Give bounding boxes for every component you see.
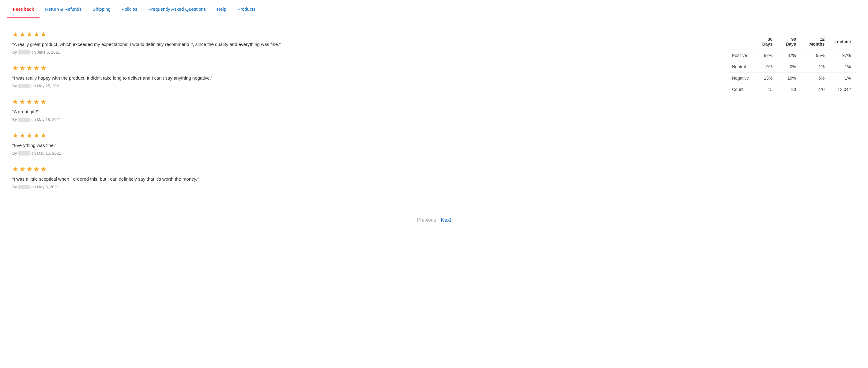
review-text: “A great gift!” xyxy=(12,108,715,115)
review-stars: ★★★★★ xyxy=(12,31,715,39)
review-stars: ★★★★★ xyxy=(12,165,715,173)
reviewer-name xyxy=(18,151,30,156)
stats-cell: 30 xyxy=(777,84,801,95)
stats-row: Count153027013,042 xyxy=(727,84,856,95)
star-icon: ★ xyxy=(12,165,19,173)
review-text: “Everything was fine.” xyxy=(12,142,715,149)
review-meta: By on May 3, 2021 xyxy=(12,185,715,190)
star-icon: ★ xyxy=(40,165,46,173)
review-item: ★★★★★“A really great product, which exce… xyxy=(12,31,715,55)
star-icon: ★ xyxy=(19,132,25,140)
star-icon: ★ xyxy=(33,31,39,39)
star-icon: ★ xyxy=(40,132,46,140)
stats-cell: 0% xyxy=(754,61,777,73)
review-stars: ★★★★★ xyxy=(12,98,715,106)
review-meta: By on June 5, 2021 xyxy=(12,50,715,55)
nav-item-return-and-refunds[interactable]: Return & Refunds xyxy=(39,0,87,19)
nav-item-products[interactable]: Products xyxy=(232,0,261,19)
star-icon: ★ xyxy=(40,64,46,72)
stats-cell: 5% xyxy=(801,73,829,84)
review-meta: By on May 15, 2021 xyxy=(12,151,715,156)
star-icon: ★ xyxy=(33,132,39,140)
reviewer-name xyxy=(18,118,30,122)
stats-row: Positive82%87%95%97% xyxy=(727,50,856,61)
next-button[interactable]: Next xyxy=(441,218,451,223)
star-icon: ★ xyxy=(26,64,32,72)
star-icon: ★ xyxy=(12,31,19,39)
star-icon: ★ xyxy=(19,31,25,39)
stats-row-label: Positive xyxy=(727,50,754,61)
star-icon: ★ xyxy=(19,64,25,72)
review-meta: By on May 18, 2021 xyxy=(12,117,715,122)
star-icon: ★ xyxy=(33,98,39,106)
stats-header: Lifetime xyxy=(829,34,856,50)
star-icon: ★ xyxy=(26,31,32,39)
stats-cell: 2% xyxy=(801,61,829,73)
nav-item-help[interactable]: Help xyxy=(211,0,232,19)
stats-cell: 95% xyxy=(801,50,829,61)
stats-cell: 1% xyxy=(829,73,856,84)
stats-cell: 13,042 xyxy=(829,84,856,95)
star-icon: ★ xyxy=(26,165,32,173)
stats-cell: 1% xyxy=(829,61,856,73)
star-icon: ★ xyxy=(26,98,32,106)
star-icon: ★ xyxy=(40,31,46,39)
pagination: Previous Next xyxy=(0,205,868,229)
stats-section: 30 Days90 Days12 MonthsLifetime Positive… xyxy=(727,31,856,199)
nav-item-shipping[interactable]: Shipping xyxy=(87,0,116,19)
nav-item-feedback[interactable]: Feedback xyxy=(7,0,39,19)
stats-cell: 0% xyxy=(777,61,801,73)
stats-header: 30 Days xyxy=(754,34,777,50)
review-item: ★★★★★“A great gift!”By on May 18, 2021 xyxy=(12,98,715,122)
star-icon: ★ xyxy=(12,98,19,106)
star-icon: ★ xyxy=(19,165,25,173)
stats-cell: 82% xyxy=(754,50,777,61)
review-stars: ★★★★★ xyxy=(12,132,715,140)
nav-item-frequently-asked-questions[interactable]: Frequently Asked Questions xyxy=(143,0,212,19)
stats-row: Neutral0%0%2%1% xyxy=(727,61,856,73)
reviews-section: ★★★★★“A really great product, which exce… xyxy=(12,31,715,199)
stats-cell: 13% xyxy=(754,73,777,84)
main-content: ★★★★★“A really great product, which exce… xyxy=(0,19,868,205)
stats-row: Negative13%10%5%1% xyxy=(727,73,856,84)
stats-cell: 10% xyxy=(777,73,801,84)
star-icon: ★ xyxy=(19,98,25,106)
previous-button[interactable]: Previous xyxy=(417,218,436,223)
stats-table: 30 Days90 Days12 MonthsLifetime Positive… xyxy=(727,34,856,95)
review-text: “I was really happy with the product. It… xyxy=(12,75,715,82)
review-item: ★★★★★“I was a little sceptical when I or… xyxy=(12,165,715,189)
stats-cell: 270 xyxy=(801,84,829,95)
stats-header xyxy=(727,34,754,50)
reviewer-name xyxy=(18,84,30,88)
review-item: ★★★★★“Everything was fine.”By on May 15,… xyxy=(12,132,715,156)
review-text: “I was a little sceptical when I ordered… xyxy=(12,176,715,183)
star-icon: ★ xyxy=(26,132,32,140)
star-icon: ★ xyxy=(33,64,39,72)
stats-header: 12 Months xyxy=(801,34,829,50)
star-icon: ★ xyxy=(12,64,19,72)
review-stars: ★★★★★ xyxy=(12,64,715,72)
stats-cell: 87% xyxy=(777,50,801,61)
star-icon: ★ xyxy=(33,165,39,173)
star-icon: ★ xyxy=(40,98,46,106)
review-item: ★★★★★“I was really happy with the produc… xyxy=(12,64,715,88)
reviewer-name xyxy=(18,185,30,189)
stats-row-label: Neutral xyxy=(727,61,754,73)
star-icon: ★ xyxy=(12,132,19,140)
stats-cell: 15 xyxy=(754,84,777,95)
stats-row-label: Count xyxy=(727,84,754,95)
review-text: “A really great product, which exceeded … xyxy=(12,41,715,48)
stats-cell: 97% xyxy=(829,50,856,61)
review-meta: By on May 25, 2021 xyxy=(12,83,715,89)
stats-header: 90 Days xyxy=(777,34,801,50)
stats-row-label: Negative xyxy=(727,73,754,84)
nav-item-policies[interactable]: Policies xyxy=(116,0,143,19)
reviewer-name xyxy=(18,50,30,55)
nav-bar: FeedbackReturn & RefundsShippingPolicies… xyxy=(0,0,868,19)
